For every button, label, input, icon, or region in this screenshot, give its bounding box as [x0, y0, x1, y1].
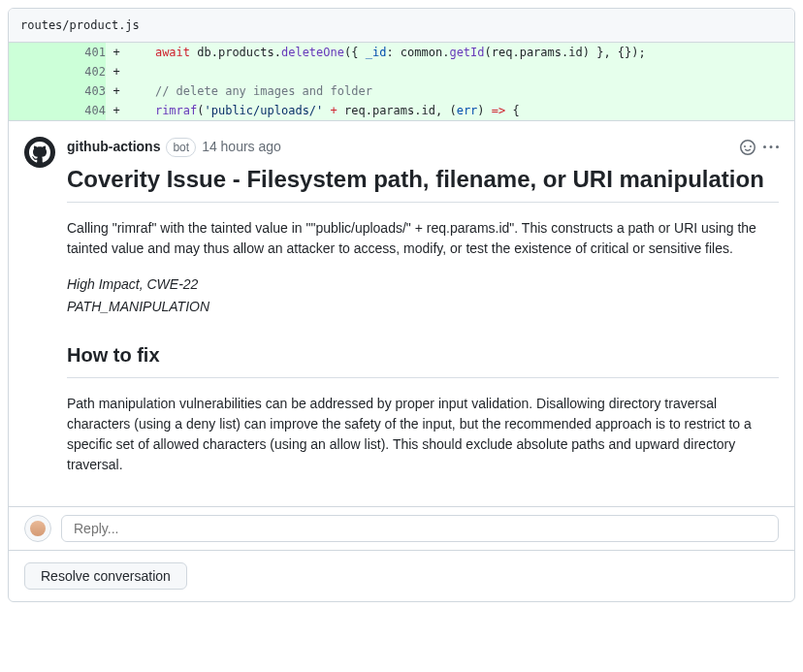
diff-marker: +: [106, 62, 127, 81]
diff-line: 401+ await db.products.deleteOne({ _id: …: [9, 43, 794, 62]
comment: github-actions bot 14 hours ago Coverity…: [9, 120, 794, 506]
comment-body: Coverity Issue - Filesystem path, filena…: [67, 165, 779, 475]
impact-line: High Impact, CWE-22: [67, 274, 779, 295]
bot-badge: bot: [166, 138, 196, 157]
avatar-icon: [30, 521, 46, 536]
diff-marker: +: [106, 101, 127, 120]
kebab-menu-button[interactable]: [763, 140, 779, 155]
current-user-avatar[interactable]: [24, 515, 51, 542]
review-thread: routes/product.js 401+ await db.products…: [8, 8, 795, 602]
diff-marker: +: [106, 43, 127, 62]
line-num-new: 402: [57, 62, 106, 81]
fix-heading: How to fix: [67, 340, 779, 378]
timestamp[interactable]: 14 hours ago: [202, 137, 281, 157]
smiley-icon: [740, 140, 755, 155]
reply-input[interactable]: [61, 515, 779, 542]
line-num-old: [9, 81, 57, 101]
issue-title: Coverity Issue - Filesystem path, filena…: [67, 165, 779, 203]
diff-table: 401+ await db.products.deleteOne({ _id: …: [9, 43, 794, 120]
issue-description: Calling "rimraf" with the tainted value …: [67, 218, 779, 259]
reply-row: [9, 506, 794, 550]
diff-line: 404+ rimraf('public/uploads/' + req.para…: [9, 101, 794, 120]
line-num-old: [9, 62, 57, 81]
diff-line: 402+: [9, 62, 794, 81]
kebab-icon: [763, 140, 779, 155]
diff-marker: +: [106, 81, 127, 101]
line-num-old: [9, 101, 57, 120]
diff-line: 403+ // delete any images and folder: [9, 81, 794, 101]
line-num-new: 404: [57, 101, 106, 120]
line-num-new: 403: [57, 81, 106, 101]
line-num-old: [9, 43, 57, 62]
code-content: // delete any images and folder: [127, 81, 794, 101]
code-content: rimraf('public/uploads/' + req.params.id…: [127, 101, 794, 120]
file-path-header: routes/product.js: [9, 9, 794, 43]
emoji-reaction-button[interactable]: [740, 140, 755, 155]
code-content: [127, 62, 794, 81]
resolve-conversation-button[interactable]: Resolve conversation: [24, 562, 187, 590]
comment-header: github-actions bot 14 hours ago: [67, 137, 779, 157]
code-content: await db.products.deleteOne({ _id: commo…: [127, 43, 794, 62]
line-num-new: 401: [57, 43, 106, 62]
author-avatar[interactable]: [24, 137, 55, 168]
fix-body: Path manipulation vulnerabilities can be…: [67, 394, 779, 475]
code-term: PATH_MANIPULATION: [67, 297, 779, 317]
author-name[interactable]: github-actions: [67, 137, 160, 157]
resolve-row: Resolve conversation: [9, 550, 794, 601]
github-icon: [29, 142, 50, 163]
